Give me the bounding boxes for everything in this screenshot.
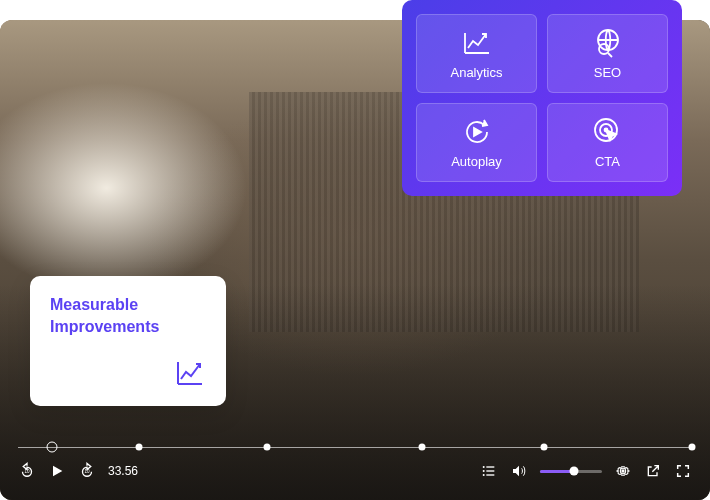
time-display: 33.56: [108, 464, 138, 478]
callout-title: Measurable Improvements: [50, 294, 206, 337]
feature-label: Autoplay: [451, 154, 502, 169]
svg-point-2: [483, 466, 485, 468]
chapter-marker[interactable]: [264, 444, 271, 451]
chapter-marker[interactable]: [419, 444, 426, 451]
settings-button[interactable]: [614, 462, 632, 480]
seo-icon: [592, 27, 624, 59]
fullscreen-button[interactable]: [674, 462, 692, 480]
play-button[interactable]: [48, 462, 66, 480]
timeline-scrubber[interactable]: [18, 440, 692, 454]
feature-cta[interactable]: CTA: [547, 103, 668, 182]
feature-seo[interactable]: SEO: [547, 14, 668, 93]
timeline-track: [18, 447, 692, 448]
chapters-button[interactable]: [480, 462, 498, 480]
svg-text:10: 10: [84, 469, 90, 474]
feature-label: CTA: [595, 154, 620, 169]
svg-text:10: 10: [24, 469, 30, 474]
feature-label: Analytics: [450, 65, 502, 80]
callout-card: Measurable Improvements: [30, 276, 226, 406]
volume-slider[interactable]: [540, 470, 602, 473]
volume-button[interactable]: [510, 462, 528, 480]
autoplay-icon: [461, 116, 493, 148]
features-panel: Analytics SEO Autoplay: [402, 0, 682, 196]
feature-label: SEO: [594, 65, 621, 80]
analytics-icon: [461, 27, 493, 59]
svg-rect-7: [486, 474, 494, 475]
trend-up-icon: [174, 356, 206, 388]
forward-button[interactable]: 10: [78, 462, 96, 480]
svg-point-8: [621, 469, 624, 472]
share-button[interactable]: [644, 462, 662, 480]
volume-thumb[interactable]: [570, 467, 579, 476]
controls-row: 10 10 33.56: [18, 462, 692, 480]
feature-analytics[interactable]: Analytics: [416, 14, 537, 93]
feature-autoplay[interactable]: Autoplay: [416, 103, 537, 182]
cta-icon: [592, 116, 624, 148]
svg-point-6: [483, 474, 485, 476]
svg-rect-5: [486, 470, 494, 471]
chapter-marker[interactable]: [136, 444, 143, 451]
chapter-marker[interactable]: [689, 444, 696, 451]
playhead[interactable]: [46, 442, 57, 453]
player-controls: 10 10 33.56: [18, 440, 692, 486]
rewind-button[interactable]: 10: [18, 462, 36, 480]
svg-rect-3: [486, 466, 494, 467]
chapter-marker[interactable]: [540, 444, 547, 451]
svg-point-4: [483, 470, 485, 472]
